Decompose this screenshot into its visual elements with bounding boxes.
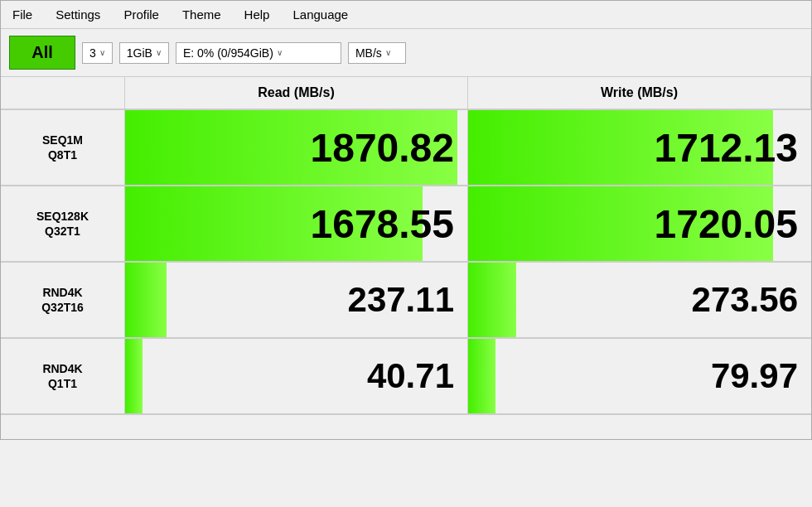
header-read: Read (MB/s) [125, 77, 468, 109]
read-value-rnd4k-q32t16: 237.11 [348, 280, 454, 320]
row-label-rnd4k-q1t1: RND4KQ1T1 [1, 339, 125, 413]
read-bar-rnd4k-q1t1 [125, 339, 143, 413]
read-value-seq1m-q8t1: 1870.82 [310, 125, 454, 171]
status-bar [1, 414, 811, 439]
table-row: RND4KQ1T1 40.71 79.97 [1, 339, 811, 414]
menu-bar: File Settings Profile Theme Help Languag… [1, 1, 811, 29]
row-label-seq128k-q32t1: SEQ128KQ32T1 [1, 186, 125, 261]
read-value-rnd4k-q1t1: 40.71 [367, 356, 454, 396]
menu-help[interactable]: Help [241, 6, 273, 23]
menu-language[interactable]: Language [289, 6, 351, 23]
unit-dropdown[interactable]: MB/s ∨ [348, 42, 406, 64]
write-value-seq128k-q32t1: 1720.05 [654, 201, 798, 247]
read-value-seq128k-q32t1: 1678.55 [310, 201, 454, 247]
read-cell-seq128k-q32t1: 1678.55 [125, 186, 468, 261]
menu-file[interactable]: File [9, 6, 36, 23]
table-header: Read (MB/s) Write (MB/s) [1, 77, 811, 110]
all-button[interactable]: All [9, 36, 75, 70]
table-row: SEQ1MQ8T1 1870.82 1712.13 [1, 110, 811, 186]
write-cell-seq1m-q8t1: 1712.13 [468, 110, 811, 185]
write-cell-seq128k-q32t1: 1720.05 [468, 186, 811, 261]
toolbar: All 3 ∨ 1GiB ∨ E: 0% (0/954GiB) ∨ MB/s ∨ [1, 29, 811, 77]
menu-settings[interactable]: Settings [52, 6, 104, 23]
table-row: SEQ128KQ32T1 1678.55 1720.05 [1, 186, 811, 263]
header-label [1, 77, 125, 109]
read-cell-rnd4k-q1t1: 40.71 [125, 339, 468, 413]
read-cell-rnd4k-q32t16: 237.11 [125, 263, 468, 337]
queue-depth-value: 3 [89, 46, 96, 60]
write-bar-rnd4k-q1t1 [468, 339, 495, 413]
app-window: File Settings Profile Theme Help Languag… [0, 0, 812, 440]
row-label-rnd4k-q32t16: RND4KQ32T16 [1, 263, 125, 337]
row-label-seq1m-q8t1: SEQ1MQ8T1 [1, 110, 125, 185]
menu-theme[interactable]: Theme [179, 6, 225, 23]
write-cell-rnd4k-q32t16: 273.56 [468, 263, 811, 337]
unit-value: MB/s [355, 46, 382, 60]
write-cell-rnd4k-q1t1: 79.97 [468, 339, 811, 413]
read-cell-seq1m-q8t1: 1870.82 [125, 110, 468, 185]
read-bar-rnd4k-q32t16 [125, 263, 167, 337]
block-size-value: 1GiB [127, 46, 152, 60]
menu-profile[interactable]: Profile [120, 6, 162, 23]
content-area: Read (MB/s) Write (MB/s) SEQ1MQ8T1 1870.… [1, 77, 811, 414]
table-row: RND4KQ32T16 237.11 273.56 [1, 263, 811, 339]
queue-depth-arrow: ∨ [99, 48, 105, 57]
drive-arrow: ∨ [277, 48, 283, 57]
write-value-rnd4k-q1t1: 79.97 [711, 356, 798, 396]
unit-arrow: ∨ [385, 48, 391, 57]
drive-dropdown[interactable]: E: 0% (0/954GiB) ∨ [176, 42, 341, 64]
block-size-arrow: ∨ [156, 48, 162, 57]
write-bar-rnd4k-q32t16 [468, 263, 516, 337]
write-value-seq1m-q8t1: 1712.13 [654, 125, 798, 171]
header-write: Write (MB/s) [468, 77, 811, 109]
write-value-rnd4k-q32t16: 273.56 [692, 280, 798, 320]
queue-depth-dropdown[interactable]: 3 ∨ [82, 42, 113, 64]
block-size-dropdown[interactable]: 1GiB ∨ [119, 42, 169, 64]
drive-value: E: 0% (0/954GiB) [183, 46, 273, 60]
